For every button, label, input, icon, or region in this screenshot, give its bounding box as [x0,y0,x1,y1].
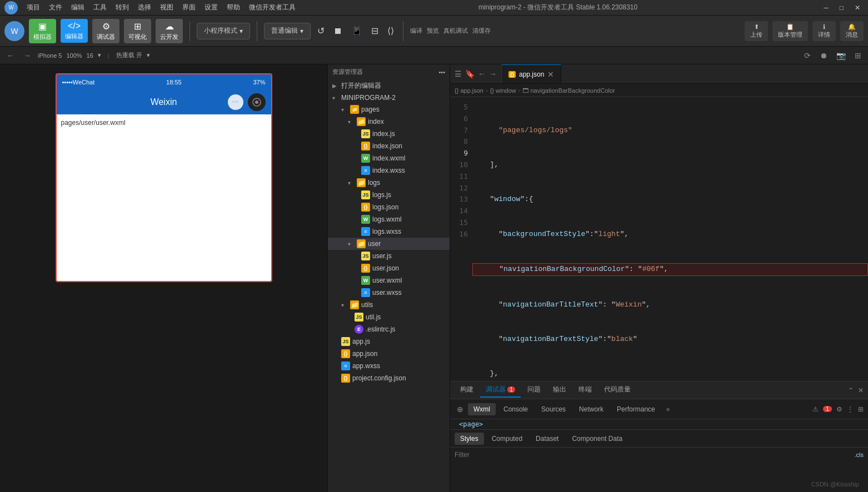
file-logs-wxml[interactable]: W logs.wxml [328,213,450,225]
file-project-config[interactable]: {} project.config.json [328,372,450,384]
file-logs-js[interactable]: JS logs.js [328,189,450,201]
maximize-button[interactable]: □ [836,4,847,12]
file-index-js[interactable]: JS index.js [328,128,450,140]
tab-build[interactable]: 构建 [455,383,479,398]
tab-output[interactable]: 输出 [547,383,572,398]
message-button[interactable]: 🔔 消息 [840,21,864,41]
file-logs-json[interactable]: {} logs.json [328,201,450,213]
menu-item-wechat[interactable]: 微信开发者工具 [249,3,296,12]
file-app-json[interactable]: {} app.json [328,348,450,360]
expand-icon[interactable]: ⊞ [852,50,864,61]
version-button[interactable]: 📋 版本管理 [772,21,808,41]
more-options-devtools-icon[interactable]: ⋮ [847,405,854,413]
breadcrumb-navcolor[interactable]: 🗖 navigationBarBackgroundColor [522,87,615,94]
cloud-button[interactable]: ☁ 云开发 [156,19,183,43]
more-tabs-icon[interactable]: » [663,403,674,415]
file-eslintrc-js[interactable]: E .eslintrc.js [328,323,450,335]
inspector-tab-sources[interactable]: Sources [536,403,571,415]
miniprogram-section[interactable]: ▾ MINIPROGRAM-2 [328,92,450,103]
bookmark-icon[interactable]: 🔖 [465,69,475,78]
file-user-wxml[interactable]: W user.wxml [328,274,450,287]
screenshot-icon[interactable]: 📷 [834,50,848,61]
device-home-icon[interactable] [248,93,266,111]
inspect-element-icon[interactable]: ⊕ [455,403,466,416]
forward-icon[interactable]: → [21,50,33,61]
device-more-icon[interactable]: ••• [228,94,243,110]
rotate-icon[interactable]: ⟳ [802,50,813,61]
file-logs-wxss[interactable]: ≡ logs.wxss [328,225,450,238]
detach-icon[interactable]: ⊞ [858,405,864,413]
folder-pages[interactable]: ▾ 📁 pages [328,103,450,116]
refresh-icon[interactable]: ↺ [315,23,327,38]
code-content[interactable]: "pages/logs/logs" ], "window":{ "backgro… [472,97,868,381]
folder-logs[interactable]: ▾ 📁 logs [328,177,450,189]
folder-index[interactable]: ▾ 📁 index [328,116,450,128]
nav-back-icon[interactable]: ← [478,69,486,78]
detail-button[interactable]: ℹ 详情 [812,21,836,41]
stop-icon[interactable]: ⏹ [331,24,345,38]
sub-tab-dataset[interactable]: Dataset [530,433,564,445]
panel-expand-icon[interactable]: ⌃ [848,386,854,394]
open-editors-section[interactable]: ▶ 打开的编辑器 [328,79,450,92]
file-util-js[interactable]: JS util.js [328,311,450,323]
hotreload-dropdown[interactable]: ▾ [147,52,150,59]
editor-button[interactable]: </> 编辑器 [61,19,88,43]
tab-debugger[interactable]: 调试器 1 [480,383,521,398]
code-icon[interactable]: ⟨⟩ [385,23,396,38]
tab-close-icon[interactable]: ✕ [547,70,554,79]
menu-item-select[interactable]: 选择 [138,3,151,12]
inspector-tab-network[interactable]: Network [573,403,609,415]
more-options-icon[interactable]: ••• [438,69,445,76]
upload-button[interactable]: ⬆ 上传 [745,21,768,41]
close-button[interactable]: ✕ [851,4,864,12]
file-app-wxss[interactable]: ≡ app.wxss [328,360,450,372]
dropdown-arrow[interactable]: ▾ [98,52,101,59]
folder-user[interactable]: ▾ 📁 user [328,238,450,250]
sub-tab-component-data[interactable]: Component Data [566,433,628,445]
inspector-tab-wxml[interactable]: Wxml [468,403,496,415]
sidebar-icon[interactable]: ☰ [455,69,462,78]
back-icon[interactable]: ← [4,50,17,61]
compile-dropdown[interactable]: 普通编辑 ▾ [264,23,311,39]
panel-close-icon[interactable]: ✕ [858,386,864,394]
filter-input[interactable] [455,451,850,459]
file-index-json[interactable]: {} index.json [328,140,450,152]
settings-icon[interactable]: ⚙ [836,405,842,413]
user-avatar[interactable]: W [4,21,24,41]
menu-item-interface[interactable]: 界面 [182,3,196,12]
phone-icon[interactable]: 📱 [349,23,365,38]
screen-icon[interactable]: ⊟ [369,23,381,38]
menu-item-help[interactable]: 帮助 [227,3,240,12]
menu-item-view[interactable]: 视图 [160,3,173,12]
inspector-tab-performance[interactable]: Performance [611,403,661,415]
cls-button[interactable]: .cls [855,451,864,458]
file-index-wxml[interactable]: W index.wxml [328,152,450,164]
debugger-button[interactable]: ⚙ 调试器 [92,19,119,43]
sub-tab-computed[interactable]: Computed [486,433,528,445]
folder-utils[interactable]: ▾ 📁 utils [328,299,450,311]
tab-issues[interactable]: 问题 [522,383,546,398]
file-user-json[interactable]: {} user.json [328,262,450,274]
mode-dropdown[interactable]: 小程序模式 ▾ [197,23,250,39]
simulator-button[interactable]: ▣ 模拟器 [29,19,56,43]
file-app-js[interactable]: JS app.js [328,335,450,348]
file-user-js[interactable]: JS user.js [328,250,450,262]
nav-forward-icon[interactable]: → [489,69,497,78]
visualize-button[interactable]: ⊞ 可视化 [124,19,151,43]
tab-app-json[interactable]: {} app.json ✕ [502,64,561,84]
tab-code-quality[interactable]: 代码质量 [598,383,636,398]
menu-item-goto[interactable]: 转到 [116,3,129,12]
breadcrumb-window[interactable]: {} window [490,87,516,94]
menu-item-file[interactable]: 文件 [49,3,62,12]
menu-item-project[interactable]: 项目 [27,3,40,12]
sub-tab-styles[interactable]: Styles [455,433,484,445]
menu-item-edit[interactable]: 编辑 [71,3,84,12]
menu-item-tools[interactable]: 工具 [93,3,107,12]
file-index-wxss[interactable]: ≡ index.wxss [328,164,450,177]
menu-item-settings[interactable]: 设置 [204,3,218,12]
minimize-button[interactable]: ─ [820,4,832,12]
breadcrumb-appjson[interactable]: {} app.json [455,87,483,94]
record-icon[interactable]: ⏺ [817,50,830,61]
inspector-tab-console[interactable]: Console [498,403,533,415]
hotreload-label[interactable]: 热重载 开 [116,51,142,59]
